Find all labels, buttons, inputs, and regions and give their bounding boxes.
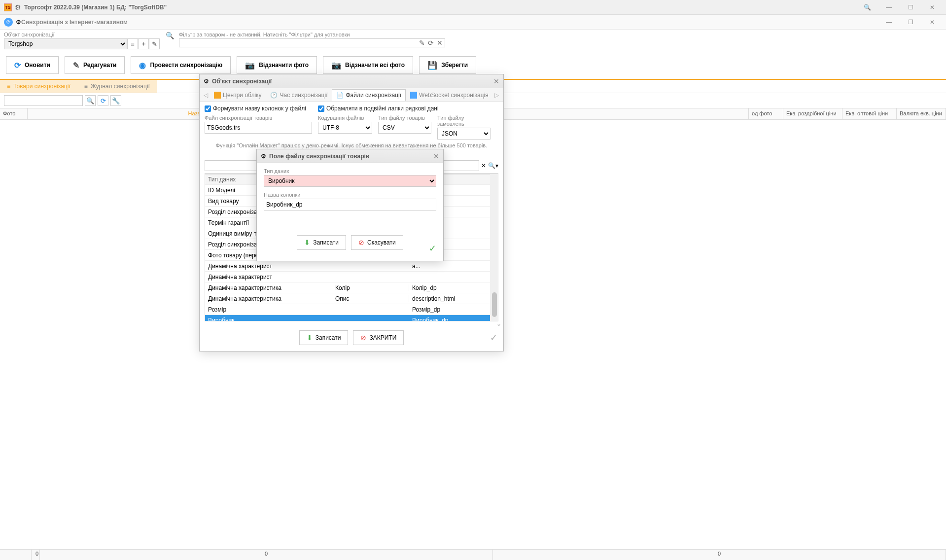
tab-journal[interactable]: ≡Журнал синхронізації: [77, 80, 157, 93]
ws-icon: [410, 92, 417, 99]
dlg-tab-files[interactable]: 📄Файли синхронізації: [332, 89, 406, 101]
download-icon: ⬇: [304, 239, 310, 246]
tab-goods[interactable]: ≡Товари синхронізації: [0, 80, 77, 93]
column-input[interactable]: [264, 199, 436, 210]
maximize-button[interactable]: ☐: [901, 1, 920, 13]
close-label: ЗАКРИТИ: [369, 334, 396, 341]
edit-button[interactable]: ✎Редагувати: [65, 56, 125, 74]
file-input[interactable]: [205, 122, 312, 134]
sync-label: Провести синхронізацію: [150, 62, 222, 69]
cube-icon: [214, 92, 221, 99]
list-row[interactable]: РозмірРозмір_dp: [205, 304, 498, 315]
refresh-label: Оновити: [25, 62, 50, 69]
dlg-tab-accounting[interactable]: Центри обліку: [210, 89, 266, 101]
minimize-button[interactable]: —: [879, 1, 899, 13]
tab-next-icon[interactable]: ▷: [493, 92, 501, 99]
filter-input[interactable]: ✎ ⟳ ✕: [179, 38, 445, 47]
orders-type-select[interactable]: JSON: [437, 128, 491, 140]
dlg-tab-label: Центри обліку: [223, 92, 261, 99]
goods-type-select[interactable]: CSV: [378, 122, 431, 134]
clock-icon: 🕐: [270, 92, 278, 99]
sub-close-button[interactable]: ✕: [922, 16, 942, 28]
chk-label: Формувати назву колонок у файлі: [213, 105, 306, 112]
close-icon[interactable]: ✕: [433, 152, 439, 160]
search-icon[interactable]: 🔍: [857, 1, 877, 13]
col-currency[interactable]: Валюта екв. ціни: [897, 108, 946, 119]
sync-icon: ⟳: [4, 18, 13, 27]
col-eq-wholesale[interactable]: Екв. оптової ціни: [842, 108, 897, 119]
sub-minimize-button[interactable]: —: [879, 16, 899, 28]
subwindow-title: Синхронізація з Інтернет-магазином: [21, 19, 879, 26]
save-button[interactable]: 💾Зберегти: [419, 56, 476, 74]
file-label: Файл синхронізації товарів: [205, 115, 312, 121]
mark-photo-button[interactable]: 📷Відзначити фото: [237, 56, 317, 74]
col-photo[interactable]: Фото: [0, 108, 28, 119]
chk-form-columns[interactable]: Формувати назву колонок у файлі: [205, 105, 306, 112]
status-1-val: 0: [32, 550, 40, 560]
list-row[interactable]: Динамічна характерист: [205, 272, 498, 282]
cell-type: Динамічна характеристика: [205, 295, 332, 302]
edit-icon[interactable]: ✎: [149, 38, 160, 49]
list-row[interactable]: Динамічна характеристикаКолірКолір_dp: [205, 282, 498, 293]
add-icon[interactable]: ＋: [138, 38, 149, 49]
clear-filter-icon[interactable]: ✕: [437, 39, 443, 47]
sync-button[interactable]: ◉Провести синхронізацію: [131, 56, 231, 74]
tab-prev-icon[interactable]: ◁: [202, 92, 210, 99]
list-row[interactable]: Динамічна характеристикаОписdescription_…: [205, 293, 498, 304]
refresh-button[interactable]: ⟳Оновити: [6, 56, 59, 74]
type-select[interactable]: Виробник: [264, 175, 436, 187]
object-select[interactable]: Torgshop: [4, 38, 127, 49]
gear-icon: ⚙: [204, 78, 209, 85]
search-icon[interactable]: 🔍: [85, 95, 96, 106]
check-icon: ✓: [490, 332, 497, 343]
col-eq-retail[interactable]: Екв. роздрібної ціни: [783, 108, 842, 119]
cancel-button[interactable]: ⊘Скасувати: [351, 235, 403, 250]
cell-type: Виробник: [205, 317, 332, 322]
edit-filter-icon[interactable]: ✎: [419, 39, 425, 47]
cell-type: Динамічна характеристика: [205, 284, 332, 291]
close-icon[interactable]: ✕: [493, 77, 499, 85]
search-icon[interactable]: 🔍: [166, 32, 175, 39]
chk-label: Обрамляти в подвійні лапки рядкові дані: [326, 105, 439, 112]
tab-goods-label: Товари синхронізації: [13, 83, 70, 90]
refresh-filter-icon[interactable]: ⟳: [428, 39, 434, 47]
chk-quote-input[interactable]: [318, 105, 324, 112]
cell-3: Виробник_dp: [409, 317, 498, 322]
dlg-tab-time[interactable]: 🕐Час синхронізації: [266, 89, 332, 101]
cell-type: Динамічна характерист: [205, 274, 332, 280]
tool-icon[interactable]: 🔧: [110, 95, 121, 106]
search-icon[interactable]: 🔍▾: [488, 162, 498, 169]
dialog2-title: Поле файлу синхронізації товарів: [269, 153, 430, 160]
cell-3: Розмір_dp: [409, 306, 498, 313]
cell-3: Колір_dp: [409, 284, 498, 291]
list-icon[interactable]: ≡: [127, 38, 138, 49]
close-button[interactable]: ⊘ЗАКРИТИ: [353, 330, 404, 345]
list-row[interactable]: Динамічна характериста...: [205, 261, 498, 272]
download-icon: ⬇: [307, 334, 313, 342]
list-icon: ≡: [7, 83, 10, 90]
cell-3: а...: [409, 263, 498, 270]
demo-note: Функція "Онлайн Маркет" працює у демо-ре…: [205, 142, 498, 148]
list-row[interactable]: ВиробникВиробник_dp: [205, 315, 498, 321]
chk-form-columns-input[interactable]: [205, 105, 211, 112]
app-icon: TS: [4, 3, 12, 11]
dlg-tab-websocket[interactable]: WebSocket синхронізація: [406, 89, 493, 101]
mark-photo-label: Відзначити фото: [259, 62, 309, 69]
goods-type-label: Тип файлу товарів: [378, 115, 431, 121]
encoding-select[interactable]: UTF-8: [318, 122, 372, 134]
sync-icon: ◉: [139, 61, 146, 70]
grid-search-input[interactable]: [4, 95, 83, 106]
col-photo-code[interactable]: од фото: [749, 108, 783, 119]
scrollbar[interactable]: [490, 174, 498, 321]
sub-maximize-button[interactable]: ❐: [901, 16, 920, 28]
save-button[interactable]: ⬇Записати: [299, 330, 349, 345]
save-button[interactable]: ⬇Записати: [297, 235, 346, 250]
chk-quote[interactable]: Обрамляти в подвійні лапки рядкові дані: [318, 105, 439, 112]
cell-type: Динамічна характерист: [205, 263, 332, 270]
filter-hint: Фільтр за товаром - не активний. Натисні…: [179, 32, 942, 37]
close-button[interactable]: ✕: [922, 1, 942, 13]
refresh-icon[interactable]: ⟳: [98, 95, 108, 106]
dialog-field-edit: ⚙ Поле файлу синхронізації товарів ✕ Тип…: [256, 149, 444, 261]
clear-icon[interactable]: ✕: [481, 162, 486, 169]
mark-all-photo-button[interactable]: 📷Відзначити всі фото: [323, 56, 413, 74]
